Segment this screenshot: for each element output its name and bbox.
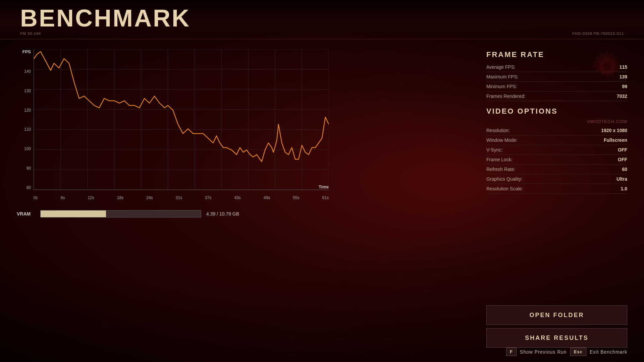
stat-label: Frames Rendered: [486,92,598,101]
x-label-61: 61s [322,195,329,200]
y-label-120: 120 [24,108,31,113]
stat-value: 7032 [598,92,628,101]
header: BENCHMARK FM 30-184 FHD-003A PB-700023-0… [0,0,644,39]
vmodtech-watermark: VMODTECH.COM [486,119,627,124]
gear-watermark-icon [587,46,627,86]
stat-value: 644 x 362 [569,126,627,135]
table-row: Refresh Rate:60 [486,165,627,174]
x-label-18: 18s [117,195,123,200]
page-title: BENCHMARK [20,6,191,30]
table-row: Resolution Scale:1.0 [486,184,627,194]
x-label-49: 49s [264,195,270,200]
stat-value: Fullscreen [569,135,627,145]
vram-bar-fill [41,210,106,217]
open-folder-button[interactable]: OPEN FOLDER [486,305,627,325]
show-previous-run-label: Show Previous Run [520,349,567,355]
exit-benchmark-label: Exit Benchmark [590,349,627,355]
stat-value: 60 [569,165,627,174]
video-options-title: VIDEO OPTIONS [486,107,627,116]
y-label-90: 90 [26,166,31,171]
stat-label: Refresh Rate: [486,165,569,174]
x-label-31: 31s [176,195,182,200]
fps-chart-svg [34,49,329,190]
x-label-24: 24s [146,195,153,200]
main-content: FPS 140 130 120 110 100 90 80 [0,39,644,358]
key-esc-button[interactable]: Esc [570,348,586,356]
stat-value: Ultra [569,174,627,184]
y-label-80: 80 [26,185,31,190]
x-label-6: 6s [61,195,65,200]
fps-label: FPS [22,49,31,54]
key-f-button[interactable]: F [506,348,517,356]
stat-value: OFF [569,155,627,165]
stat-label: Frame Lock: [486,155,569,165]
table-row: V-Sync:OFF [486,145,627,155]
table-row: Graphics Quality:Ultra [486,174,627,184]
table-row: Resolution:644 x 362 [486,126,627,135]
table-row: Window Mode:Fullscreen [486,135,627,145]
vram-bar-container [40,210,201,218]
stat-label: Minimum FPS: [486,82,598,92]
x-label-43: 43s [234,195,240,200]
y-label-110: 110 [24,127,31,132]
table-row: Frame Lock:OFF [486,155,627,165]
stat-value: 1.0 [569,184,627,194]
stat-label: V-Sync: [486,145,569,155]
stat-label: Graphics Quality: [486,174,569,184]
stat-label: Resolution: [486,126,569,135]
share-results-button[interactable]: SHARE RESULTS [486,328,627,348]
y-axis: FPS 140 130 120 110 100 90 80 [17,49,34,190]
table-row: Frames Rendered:7032 [486,92,627,101]
y-label-100: 100 [24,146,31,151]
stat-label: Average FPS: [486,62,598,72]
chart-container: FPS 140 130 120 110 100 90 80 [17,49,329,200]
y-label-140: 140 [24,69,31,74]
chart-area [34,49,329,190]
x-label-55: 55s [293,195,299,200]
video-options-table: Resolution:1920 x 1080Window Mode:Fullsc… [486,126,627,194]
header-code-right: FHD-003A PB-700023-011 [573,32,624,36]
stat-label: Resolution Scale: [486,184,569,194]
stat-value: OFF [569,145,627,155]
footer: F Show Previous Run Esc Exit Benchmark [506,348,627,356]
chart-section: FPS 140 130 120 110 100 90 80 [17,46,476,358]
y-label-130: 130 [24,88,31,93]
stat-label: Window Mode: [486,135,569,145]
x-axis: 0s 6s 12s 18s 24s 31s 37s 43s 49s 55s 61… [34,190,329,200]
vram-label: VRAM [17,211,35,217]
time-axis-label: Time [319,184,329,189]
x-label-0: 0s [34,195,38,200]
x-label-37: 37s [205,195,211,200]
vram-value: 4.39 / 10.79 GB [206,211,239,217]
vram-section: VRAM 4.39 / 10.79 GB [17,210,476,218]
x-label-12: 12s [88,195,94,200]
right-panel: FRAME RATE Average FPS:115Maximum FPS:13… [486,46,627,358]
header-code-left: FM 30-184 [20,32,191,36]
stat-label: Maximum FPS: [486,72,598,82]
